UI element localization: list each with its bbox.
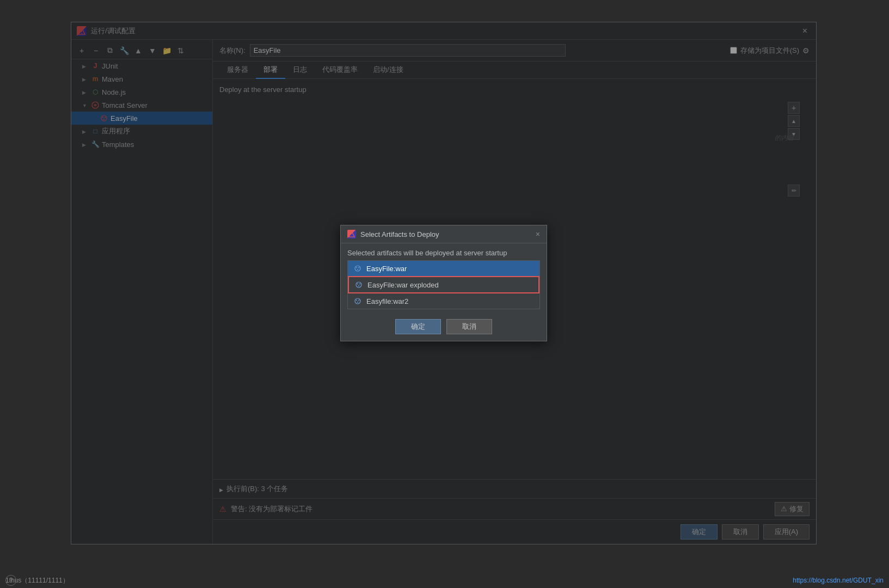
svg-point-15 bbox=[359, 284, 360, 285]
dialog-close-button[interactable]: × bbox=[536, 230, 540, 238]
svg-point-14 bbox=[357, 284, 358, 285]
svg-point-19 bbox=[358, 300, 359, 301]
dialog-title-bar: Select Artifacts to Deploy × bbox=[341, 225, 547, 243]
artifact-item-0[interactable]: EasyFile:war bbox=[348, 261, 539, 276]
main-window: 运行/调试配置 × + − ⧉ 🔧 ▲ ▼ 📁 ⇅ J JUnit bbox=[71, 22, 817, 544]
select-artifacts-dialog: Select Artifacts to Deploy × Selected ar… bbox=[340, 225, 547, 341]
artifact-icon-2 bbox=[353, 297, 362, 305]
artifact-label-0: EasyFile:war bbox=[366, 265, 407, 273]
status-right-text: https://blog.csdn.net/GDUT_xin bbox=[793, 577, 884, 584]
svg-marker-8 bbox=[349, 231, 354, 237]
dialog-ok-button[interactable]: 确定 bbox=[395, 319, 441, 334]
svg-point-18 bbox=[356, 300, 357, 301]
help-button[interactable]: ? bbox=[5, 575, 16, 586]
dialog-title-icon bbox=[347, 230, 356, 238]
artifact-icon-0 bbox=[353, 264, 362, 273]
dialog-title-left: Select Artifacts to Deploy bbox=[347, 230, 439, 238]
svg-point-9 bbox=[355, 266, 360, 271]
svg-point-13 bbox=[356, 282, 361, 287]
svg-point-11 bbox=[358, 267, 359, 268]
svg-point-17 bbox=[355, 298, 360, 304]
svg-point-10 bbox=[356, 267, 357, 268]
artifact-label-1: EasyFile:war exploded bbox=[367, 281, 439, 289]
artifact-list: EasyFile:war EasyFile:war exploded bbox=[347, 260, 540, 309]
dialog-title-text: Select Artifacts to Deploy bbox=[360, 230, 439, 238]
svg-point-20 bbox=[357, 302, 358, 303]
artifact-item-2[interactable]: Easyfile:war2 bbox=[348, 293, 539, 309]
status-bar: 1mus（11111/1111） https://blog.csdn.net/G… bbox=[0, 573, 889, 588]
artifact-label-2: Easyfile:war2 bbox=[366, 297, 408, 305]
artifact-item-1[interactable]: EasyFile:war exploded bbox=[348, 276, 539, 293]
artifact-icon-1 bbox=[354, 280, 363, 289]
dialog-cancel-button[interactable]: 取消 bbox=[446, 319, 492, 334]
dialog-overlay: Select Artifacts to Deploy × Selected ar… bbox=[71, 22, 816, 544]
dialog-subtitle: Selected artifacts will be deployed at s… bbox=[341, 243, 547, 260]
dialog-buttons: 确定 取消 bbox=[341, 315, 547, 341]
svg-point-12 bbox=[357, 269, 358, 270]
svg-point-16 bbox=[358, 285, 359, 286]
